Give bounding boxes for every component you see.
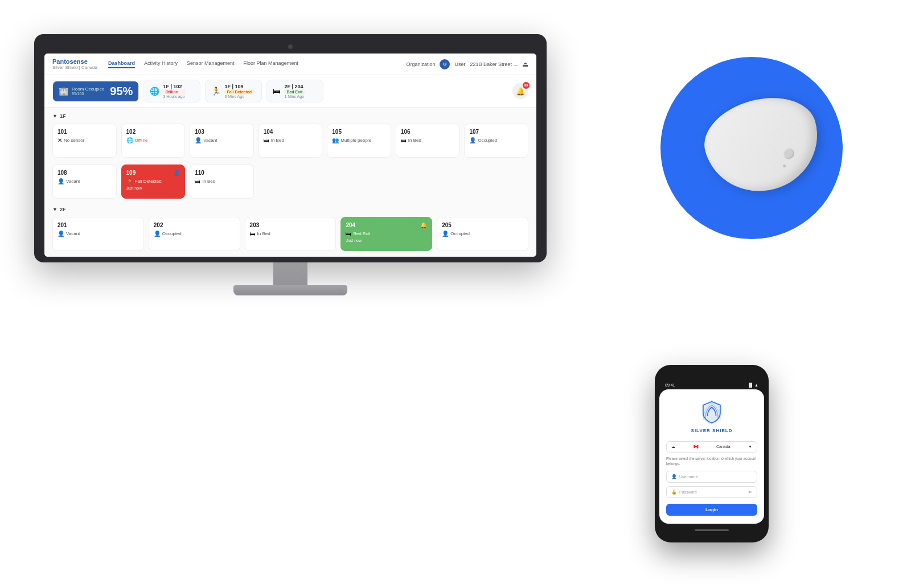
card3-time: 1 Mins Ago [284,94,305,98]
room-203[interactable]: 203 🛏 In Bed [245,217,337,251]
room-icon: 🏢 [59,87,68,96]
phone-screen: SILVER SHIELD ☁ 🇨🇦 Canada ▼ Please selec… [659,389,764,524]
user-name: User [454,61,465,67]
phone-brand: SILVER SHIELD [691,428,733,433]
phone-body: 09:41 ▐▌ ▲ [655,365,769,542]
room-105[interactable]: 105 👥 Multiple people [327,124,391,158]
notif-count: 99 [523,82,530,89]
nav-right: Organization U User 221B Baker Street ..… [406,59,528,69]
room-108[interactable]: 108 👤 Vacant [52,165,117,199]
sensor-button [781,146,795,160]
vacant2-icon: 👤 [58,178,64,184]
card1-time: 3 Hours ago [163,94,184,98]
flag-icon: 🇨🇦 [693,445,699,449]
phone: 09:41 ▐▌ ▲ [655,365,769,542]
multi-icon: 👥 [332,137,339,143]
phone-logo: SILVER SHIELD [666,397,757,433]
room-201[interactable]: 201 👤 Vacant [52,217,144,251]
cloud-icon: ☁ [671,445,675,449]
monitor: Pantosense Silver Shield | Canada Dashbo… [34,34,547,295]
no-sensor-icon: ✕ [58,137,62,143]
occupied3-icon: 👤 [442,231,449,237]
dashboard-content: ▼ 1F 101 ✕ No sensor [44,108,536,257]
card1-info: 1F | 102 Offline 3 Hours ago [163,84,184,98]
nav-link-sensor[interactable]: Sensor Management [187,60,235,68]
eye-icon: 👁 [748,490,752,494]
card2-badge: Fall Detected [224,89,254,94]
monitor-screen: Pantosense Silver Shield | Canada Dashbo… [44,54,536,257]
phone-hint: Please select the server location to whi… [666,456,757,466]
fall-icon: 🏃 [211,87,221,96]
room-101[interactable]: 101 ✕ No sensor [52,124,117,158]
floor1-label: ▼ 1F [52,113,528,119]
floor2-grid: 201 👤 Vacant 202 👤 [52,217,528,251]
brand: Pantosense Silver Shield | Canada [52,58,98,70]
login-button[interactable]: Login [666,504,757,516]
offline-icon: 🌐 [126,137,133,143]
monitor-base [233,285,347,295]
room-107[interactable]: 107 👤 Occupied [464,124,528,158]
wifi-icon: 🌐 [150,87,159,96]
nav-link-dashboard[interactable]: Dashboard [108,60,135,68]
bedexit-icon: 🛏 [273,87,281,96]
phone-time: 09:41 [665,383,675,387]
phone-notch [695,373,729,379]
room-occupied-card: 🏢 Room Occupied 95/100 95% [52,81,139,102]
card2-info: 1F | 109 Fall Detected 3 Mins Ago [224,84,254,98]
card2-floor: 1F | 109 [224,84,254,89]
inbed2-icon: 🛏 [401,137,407,143]
bell-alert-icon: 🔔 [420,222,427,228]
logout-icon[interactable]: ⏏ [522,60,528,68]
monitor-body: Pantosense Silver Shield | Canada Dashbo… [34,34,547,262]
phone-home-bar [695,529,729,531]
room-103[interactable]: 103 👤 Vacant [190,124,254,158]
room-percent: 95% [110,85,133,98]
nav-link-floorplan[interactable]: Floor Plan Management [244,60,298,68]
room-110[interactable]: 110 🛏 In Bed [190,165,254,199]
navbar: Pantosense Silver Shield | Canada Dashbo… [44,54,536,75]
occupied2-icon: 👤 [154,231,161,237]
room-109[interactable]: 109 👤 🏃 Fall Detected Just now [121,165,186,199]
alert-card-102[interactable]: 🌐 1F | 102 Offline 3 Hours ago [143,80,200,102]
room-subvalue: 95/100 [72,92,104,96]
country-value: Canada [716,445,731,449]
alert-card-204[interactable]: 🛏 2F | 204 Bed Exit 1 Mins Ago [266,80,323,102]
sensor-dot [783,165,786,168]
blue-circle [660,57,843,239]
brand-name: Pantosense [52,58,98,65]
vacant-icon: 👤 [195,137,202,143]
status-bar: 🏢 Room Occupied 95/100 95% 🌐 1F | 102 [44,75,536,108]
nav-link-activity[interactable]: Activity History [144,60,178,68]
vacant3-icon: 👤 [58,231,64,237]
inbed4-icon: 🛏 [250,231,256,237]
org-label: Organization [406,61,435,67]
room-204[interactable]: 204 🔔 🛏 Bed Exit Just now [340,217,432,251]
card3-info: 2F | 204 Bed Exit 1 Mins Ago [284,84,305,98]
inbed-icon: 🛏 [264,137,269,143]
floor1-chevron: ▼ [52,113,58,119]
room-info: Room Occupied 95/100 [72,87,104,96]
floor2-label: ▼ 2F [52,207,528,212]
fall2-icon: 🏃 [126,178,133,184]
phone-form: ☁ 🇨🇦 Canada ▼ Please select the server l… [666,441,757,516]
floor2-chevron: ▼ [52,207,58,212]
room-title: Room Occupied [72,87,104,92]
room-106[interactable]: 106 🛏 In Bed [396,124,460,158]
room-205[interactable]: 205 👤 Occupied [437,217,528,251]
username-field[interactable]: 👤 Username [666,471,757,483]
monitor-camera [288,44,293,49]
room-104[interactable]: 104 🛏 In Bed [258,124,323,158]
country-dropdown[interactable]: ☁ 🇨🇦 Canada ▼ [666,441,757,453]
room-202[interactable]: 202 👤 Occupied [149,217,240,251]
password-field[interactable]: 🔒 Password 👁 [666,486,757,498]
notification-button[interactable]: 🔔 99 [512,83,528,99]
username-placeholder: Username [679,475,697,479]
chevron-down-icon: ▼ [748,445,752,449]
user-address: 221B Baker Street ... [470,61,518,67]
user-avatar: U [440,59,450,69]
nav-links: Dashboard Activity History Sensor Manage… [108,60,396,68]
alert-card-109[interactable]: 🏃 1F | 109 Fall Detected 3 Mins Ago [205,80,262,102]
password-placeholder: Password [679,490,746,494]
room-102[interactable]: 102 🌐 Offline [121,124,186,158]
brand-sub: Silver Shield | Canada [52,65,98,70]
